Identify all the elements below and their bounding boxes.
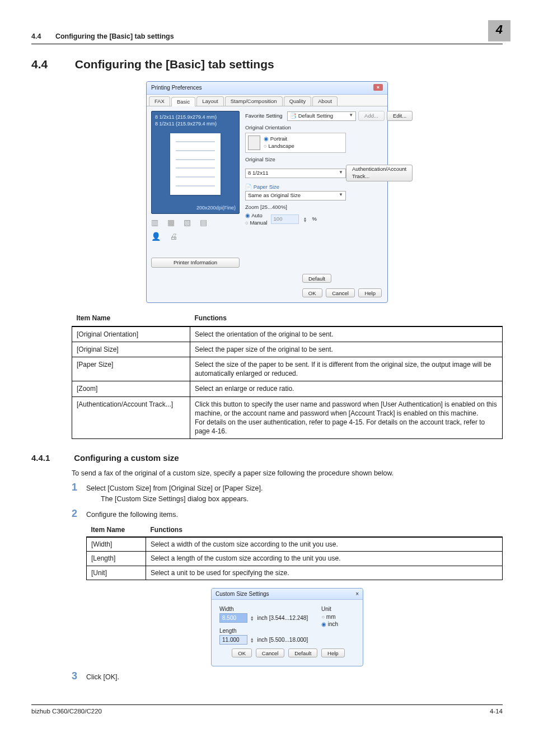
settings-pane: Favorite Setting 📑 Default Setting ▼ Add…	[240, 111, 413, 268]
zoom-value-input[interactable]: 100	[271, 214, 299, 224]
unit-mm-radio[interactable]	[321, 614, 326, 620]
close-icon[interactable]: ×	[373, 84, 383, 91]
table-header-item: Item Name	[87, 523, 146, 537]
preview-icon-row: ▥ ▦ ▧ ▤	[151, 217, 240, 228]
section-heading: 4.4 Configuring the [Basic] tab settings	[31, 57, 503, 72]
help-button[interactable]: Help	[321, 648, 345, 657]
zoom-percent-label: %	[312, 216, 317, 223]
chevron-down-icon: ▼	[349, 113, 353, 120]
subsection-heading-number: 4.4.1	[31, 452, 72, 464]
zoom-auto-radio[interactable]	[245, 212, 251, 218]
portrait-radio[interactable]	[264, 136, 270, 142]
step-2-text: Configure the following items.	[86, 508, 503, 520]
length-range: inch [5.500...18.000]	[257, 637, 308, 643]
width-range: inch [3.544...12.248]	[257, 615, 308, 621]
preview-pane: 8 1/2x11 (215.9x279.4 mm) 8 1/2x11 (215.…	[151, 111, 240, 268]
dialog-titlebar: Printing Preferences ×	[147, 82, 387, 95]
chevron-down-icon: ▼	[339, 192, 343, 199]
step-1-result: The [Custom Size Settings] dialog box ap…	[101, 494, 503, 504]
table-row: [Authentication/Account Track...]Click t…	[72, 396, 503, 439]
ok-button[interactable]: OK	[232, 648, 252, 657]
step-3: 3 Click [OK].	[72, 671, 503, 682]
header-section-title: Configuring the [Basic] tab settings	[55, 32, 174, 40]
step-3-text: Click [OK].	[86, 671, 503, 682]
section-heading-number: 4.4	[31, 57, 72, 72]
spinner-icon[interactable]: ▲▼	[303, 217, 309, 222]
authentication-account-track-button[interactable]: Authentication/Account Track...	[346, 165, 413, 182]
table-header-functions: Functions	[190, 311, 503, 326]
cancel-button[interactable]: Cancel	[326, 288, 355, 297]
step-number: 3	[72, 671, 86, 682]
subsection-heading: 4.4.1 Configuring a custom size	[31, 452, 503, 464]
length-label: Length	[219, 627, 321, 635]
cancel-button[interactable]: Cancel	[256, 648, 285, 657]
page-footer: bizhub C360/C280/C220 4-14	[31, 704, 503, 716]
step-number: 1	[72, 482, 86, 504]
printing-preferences-dialog: Printing Preferences × FAX Basic Layout …	[146, 81, 388, 303]
unit-inch-radio[interactable]	[321, 621, 328, 627]
help-button[interactable]: Help	[358, 288, 382, 297]
tab-stamp[interactable]: Stamp/Composition	[225, 96, 283, 106]
chapter-number-badge: 4	[488, 20, 510, 41]
printer-information-button[interactable]: Printer Information	[151, 258, 240, 268]
dialog-title: Custom Size Settings	[216, 591, 269, 597]
table-header-functions: Functions	[146, 523, 503, 537]
step-number: 2	[72, 508, 86, 520]
subsection-intro: To send a fax of the original of a custo…	[72, 469, 503, 478]
basic-tab-items-table: Item Name Functions [Original Orientatio…	[72, 311, 503, 439]
ok-button[interactable]: OK	[302, 288, 322, 297]
table-row: [Paper Size]Select the size of the paper…	[72, 357, 503, 381]
preview-sheet-icon	[170, 133, 221, 195]
table-row: [Original Size]Select the paper size of …	[72, 342, 503, 357]
table-row: [Original Orientation]Select the orienta…	[72, 326, 503, 342]
tab-basic[interactable]: Basic	[171, 97, 195, 107]
tab-layout[interactable]: Layout	[196, 96, 224, 106]
preview-size-2: 8 1/2x11 (215.9x279.4 mm)	[155, 120, 236, 127]
paper-size-label: 📄 Paper Size	[245, 184, 413, 191]
width-input[interactable]: 8.500	[219, 613, 247, 623]
preview-icon-row2: 👤 🖨	[151, 231, 240, 242]
step-2: 2 Configure the following items.	[72, 508, 503, 520]
tab-fax[interactable]: FAX	[149, 96, 170, 106]
tab-about[interactable]: About	[312, 96, 338, 106]
subsection-heading-title: Configuring a custom size	[74, 453, 179, 463]
table-row: [Zoom]Select an enlarge or reduce ratio.	[72, 381, 503, 396]
step-1-text: Select [Custom Size] from [Original Size…	[86, 484, 503, 493]
custom-size-items-table: Item Name Functions [Width]Select a widt…	[86, 523, 503, 580]
table-row: [Unit]Select a unit to be used for speci…	[87, 566, 503, 580]
close-icon[interactable]: ×	[355, 590, 359, 598]
table-row: [Length]Select a length of the custom si…	[87, 552, 503, 566]
spinner-icon[interactable]: ▲▼	[250, 637, 256, 643]
original-size-select[interactable]: 8 1/2x11▼	[245, 169, 346, 178]
spinner-icon[interactable]: ▲▼	[250, 615, 256, 621]
default-button[interactable]: Default	[288, 648, 317, 657]
length-input[interactable]: 11.000	[219, 635, 247, 645]
preview-size-1: 8 1/2x11 (215.9x279.4 mm)	[155, 114, 236, 120]
step-1: 1 Select [Custom Size] from [Original Si…	[72, 482, 503, 504]
running-header-left: 4.4 Configuring the [Basic] tab settings	[31, 32, 174, 41]
unit-label: Unit	[321, 605, 355, 613]
edit-button[interactable]: Edit...	[387, 111, 413, 121]
width-label: Width	[219, 605, 321, 613]
footer-page-number: 4-14	[490, 707, 503, 716]
add-button[interactable]: Add...	[358, 111, 385, 121]
footer-model: bizhub C360/C280/C220	[31, 707, 102, 716]
favorite-setting-select[interactable]: 📑 Default Setting ▼	[287, 111, 356, 121]
tab-quality[interactable]: Quality	[284, 96, 312, 106]
orientation-group: Portrait Landscape	[245, 133, 346, 153]
tab-strip: FAX Basic Layout Stamp/Composition Quali…	[147, 95, 387, 107]
header-section-number: 4.4	[31, 32, 41, 40]
preview-dpi: 200x200dpi(Fine)	[196, 204, 236, 211]
table-row: [Width]Select a width of the custom size…	[87, 537, 503, 552]
original-orientation-label: Original Orientation	[245, 124, 413, 132]
zoom-label: Zoom [25...400%]	[245, 204, 413, 211]
original-size-label: Original Size	[245, 156, 413, 164]
default-button[interactable]: Default	[302, 274, 331, 283]
chevron-down-icon: ▼	[339, 170, 343, 177]
paper-size-select[interactable]: Same as Original Size▼	[245, 191, 346, 200]
favorite-setting-label: Favorite Setting	[245, 113, 287, 120]
dialog-title: Printing Preferences	[151, 85, 202, 91]
custom-size-settings-dialog: Custom Size Settings × Width 8.500 ▲▼ in…	[211, 588, 363, 666]
page-orientation-icon	[248, 136, 260, 150]
table-header-item: Item Name	[72, 311, 190, 326]
